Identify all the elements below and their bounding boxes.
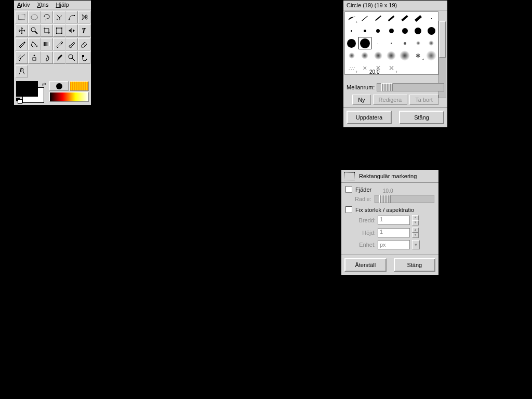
active-gradient-preview[interactable] <box>49 92 89 102</box>
ink-tool[interactable] <box>53 51 65 64</box>
zoom-tool[interactable] <box>28 24 41 37</box>
iscissors-tool[interactable] <box>78 11 90 23</box>
radius-value: 10.0 <box>383 188 393 194</box>
brush-item[interactable] <box>398 37 411 49</box>
close-brushes-button[interactable]: Stäng <box>399 111 444 124</box>
refresh-button[interactable]: Uppdatera <box>347 111 392 124</box>
fuzzy-select-tool[interactable] <box>53 11 65 23</box>
width-spinner[interactable]: ▲▼ <box>412 215 419 225</box>
brush-item[interactable] <box>385 12 398 24</box>
brush-item-selected[interactable] <box>358 37 372 49</box>
paintbrush-tool[interactable] <box>65 38 78 50</box>
color-picker-tool[interactable] <box>16 38 28 50</box>
brush-item[interactable] <box>424 12 438 24</box>
svg-rect-12 <box>56 33 57 34</box>
slider-handle[interactable] <box>381 83 393 91</box>
reset-button[interactable]: Återställ <box>344 258 387 272</box>
brush-item[interactable] <box>385 37 398 49</box>
brush-item[interactable] <box>398 12 411 24</box>
dodge-tool[interactable] <box>65 51 78 64</box>
brush-item[interactable] <box>358 49 372 62</box>
brush-button-row: Ny Redigera Ta bort <box>343 92 447 107</box>
brush-item[interactable] <box>411 12 425 24</box>
fixed-size-checkbox[interactable] <box>345 206 352 213</box>
radius-slider[interactable] <box>375 195 434 203</box>
flip-tool[interactable] <box>65 24 78 37</box>
clone-tool[interactable] <box>28 51 41 64</box>
menu-xtns[interactable]: Xtns <box>37 2 48 8</box>
menu-arkiv[interactable]: AArkivrkiv <box>17 2 30 8</box>
svg-rect-10 <box>56 28 57 29</box>
spacing-slider[interactable] <box>377 83 444 91</box>
brush-item[interactable] <box>358 24 372 37</box>
fg-color-swatch[interactable] <box>16 81 38 97</box>
swap-colors-icon[interactable]: ⇄ <box>42 82 46 87</box>
brush-item[interactable]: ∴∵+ <box>345 62 358 74</box>
brush-item[interactable] <box>345 37 358 49</box>
toolbox-menubar: AArkivrkiv Xtns Hjälp <box>14 1 91 9</box>
eraser-tool[interactable] <box>78 38 90 50</box>
pencil-tool[interactable] <box>53 38 65 50</box>
active-pattern-preview[interactable] <box>70 81 89 91</box>
brush-item[interactable] <box>371 12 385 24</box>
brush-item[interactable] <box>398 24 411 37</box>
transform-tool[interactable] <box>53 24 65 37</box>
measure-tool[interactable] <box>16 65 28 77</box>
rect-select-tool[interactable] <box>16 11 28 23</box>
svg-point-1 <box>31 15 37 20</box>
unit-combo[interactable]: px <box>378 240 410 249</box>
scrollbar-thumb[interactable] <box>439 21 446 58</box>
close-options-button[interactable]: Stäng <box>394 258 436 272</box>
brush-item[interactable] <box>385 49 398 62</box>
width-input[interactable]: 1 <box>378 216 410 225</box>
brush-item[interactable] <box>345 24 358 37</box>
brush-main-buttons: Uppdatera Stäng <box>343 107 447 127</box>
brush-item[interactable] <box>398 49 411 62</box>
active-brush-preview[interactable] <box>49 81 69 91</box>
brush-item[interactable] <box>371 49 385 62</box>
tool-grid: T <box>14 9 91 79</box>
brush-item[interactable] <box>424 49 438 62</box>
airbrush-tool[interactable] <box>16 51 28 64</box>
brush-item[interactable]: + <box>345 12 358 24</box>
bezier-tool[interactable] <box>65 11 78 23</box>
brush-item[interactable] <box>424 37 438 49</box>
brush-item[interactable] <box>411 37 425 49</box>
svg-line-8 <box>35 31 37 34</box>
svg-point-18 <box>19 56 20 57</box>
edit-brush-button[interactable]: Redigera <box>373 95 408 105</box>
brush-item[interactable] <box>371 37 385 49</box>
delete-brush-button[interactable]: Ta bort <box>409 95 438 105</box>
slider-handle[interactable] <box>379 195 391 203</box>
lasso-tool[interactable] <box>41 11 53 23</box>
svg-line-23 <box>72 58 75 61</box>
new-brush-button[interactable]: Ny <box>352 95 370 105</box>
brush-item[interactable]: ×+ <box>385 62 398 74</box>
crop-tool[interactable] <box>41 24 53 37</box>
unit-dropdown-button[interactable]: ▼ <box>412 240 420 249</box>
move-tool[interactable] <box>16 24 28 37</box>
feather-checkbox[interactable] <box>345 186 352 193</box>
ellipse-select-tool[interactable] <box>28 11 41 23</box>
options-main-buttons: Återställ Stäng <box>341 255 438 275</box>
spacing-label: Mellanrum: <box>347 84 375 90</box>
height-spinner[interactable]: ▲▼ <box>412 228 419 238</box>
convolve-tool[interactable] <box>41 51 53 64</box>
height-input[interactable]: 1 <box>378 228 410 237</box>
bucket-fill-tool[interactable] <box>28 38 41 50</box>
smudge-tool[interactable] <box>78 51 90 64</box>
brush-item[interactable]: ✱+ <box>411 49 425 62</box>
brush-item[interactable] <box>385 24 398 37</box>
brush-item[interactable] <box>371 24 385 37</box>
feather-label: Fjäder <box>355 187 371 193</box>
text-tool[interactable]: T <box>78 24 90 37</box>
tool-options-panel: Rektangulär markering Fjäder 10.0 Radie:… <box>341 169 439 275</box>
menu-hjalp[interactable]: Hjälp <box>56 2 69 8</box>
brush-item[interactable] <box>424 24 438 37</box>
reset-colors-icon[interactable] <box>16 98 21 103</box>
svg-rect-16 <box>44 42 50 46</box>
brush-item[interactable] <box>411 24 425 37</box>
brush-item[interactable] <box>358 12 372 24</box>
blend-tool[interactable] <box>41 38 53 50</box>
brush-item[interactable] <box>345 49 358 62</box>
